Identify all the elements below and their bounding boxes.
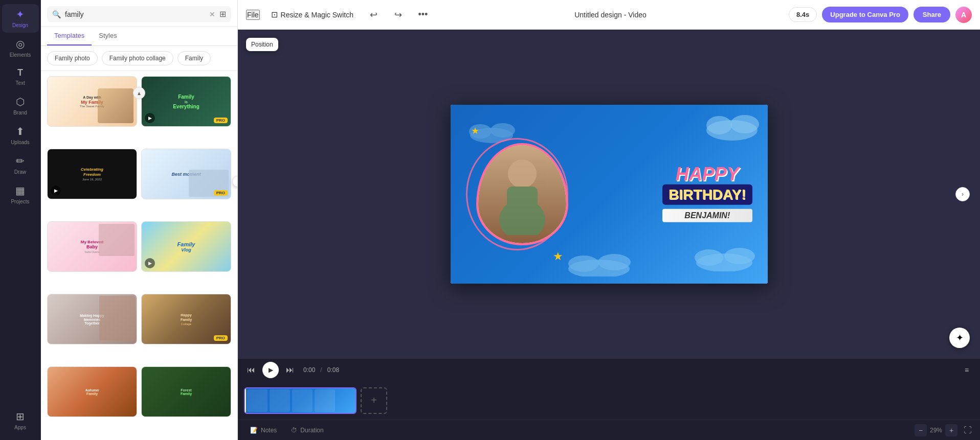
sidebar: ✦ Design ◎ Elements T Text ⬡ Brand ⬆ Upl… — [0, 0, 41, 440]
play-icon-6: ▶ — [145, 258, 155, 268]
undo-button[interactable]: ↩ — [365, 6, 383, 24]
tab-styles[interactable]: Styles — [92, 27, 124, 45]
sidebar-item-draw[interactable]: ✏ Draw — [2, 151, 39, 179]
zoom-in-button[interactable]: + — [945, 424, 957, 436]
uploads-icon: ⬆ — [16, 125, 25, 137]
duration-icon: ⏱ — [291, 427, 297, 434]
canvas-area[interactable]: Position — [238, 30, 980, 358]
template-card-5[interactable]: My Beloved Baby Sadie Owens — [47, 221, 137, 272]
template-card-7[interactable]: Making Happy Memories Together — [47, 294, 137, 344]
play-icon-2: ▶ — [145, 113, 155, 123]
zoom-controls: − 29% + — [915, 424, 957, 436]
hide-right-panel-button[interactable]: › — [955, 187, 970, 201]
sidebar-item-label: Projects — [11, 199, 29, 205]
resize-magic-label: Resize & Magic Switch — [281, 11, 353, 19]
chip-family-photo[interactable]: Family photo — [47, 51, 98, 65]
title-area: Untitled design - Video — [438, 11, 783, 19]
add-clip-button[interactable]: + — [361, 387, 387, 414]
clip-preview — [245, 388, 355, 413]
ellipsis-icon: ••• — [418, 9, 428, 20]
fullscreen-button[interactable]: ⛶ — [964, 426, 972, 435]
template-grid: A Day with My Family The Sweet Family Fa… — [41, 71, 237, 440]
template-card-8[interactable]: Happy Family Collage PRO — [141, 294, 231, 344]
sidebar-item-design[interactable]: ✦ Design — [2, 4, 39, 33]
notes-icon: 📝 — [250, 427, 258, 434]
canvas-frame[interactable]: ★ ★ HAPPY BIRTHDAY! BENJAMIN! — [451, 105, 768, 284]
zoom-out-button[interactable]: − — [915, 424, 927, 436]
sidebar-item-label: Apps — [14, 425, 26, 431]
sidebar-item-projects[interactable]: ▦ Projects — [2, 180, 39, 209]
svg-point-5 — [598, 254, 631, 270]
search-input-wrap: 🔍 ✕ ⊞ — [47, 6, 231, 22]
template-card-2[interactable]: Family Is Everything ▶ PRO — [141, 76, 231, 127]
pro-badge-2: PRO — [214, 118, 228, 123]
svg-rect-14 — [507, 187, 538, 227]
template-card-3[interactable]: Celebrating Freedom June 19, 2022 ▶ — [47, 149, 137, 199]
redo-button[interactable]: ↪ — [389, 6, 408, 24]
text-icon: T — [17, 67, 23, 78]
sidebar-item-text[interactable]: T Text — [2, 63, 39, 90]
search-clear-button[interactable]: ✕ — [209, 10, 215, 18]
star-deco-1: ★ — [471, 125, 479, 136]
user-avatar-button[interactable]: A — [955, 7, 972, 23]
tab-templates[interactable]: Templates — [47, 27, 92, 45]
timeline-clip-1[interactable] — [244, 387, 357, 414]
sidebar-item-apps[interactable]: ⊞ Apps — [2, 406, 39, 435]
svg-point-11 — [724, 248, 755, 264]
search-filter-button[interactable]: ⊞ — [219, 9, 226, 19]
chip-family[interactable]: Family — [177, 51, 211, 65]
redo-icon: ↪ — [394, 9, 402, 20]
notes-label: Notes — [261, 427, 277, 434]
design-title: Untitled design - Video — [574, 11, 647, 19]
upgrade-button[interactable]: Upgrade to Canva Pro — [822, 7, 908, 22]
undo-icon: ↩ — [370, 9, 377, 20]
duration-button[interactable]: ⏱ Duration — [287, 425, 327, 436]
template-card-10[interactable]: Forest Family — [141, 366, 231, 417]
cloud-deco-1 — [701, 110, 763, 143]
position-button[interactable]: Position — [246, 38, 278, 51]
sidebar-item-elements[interactable]: ◎ Elements — [2, 34, 39, 62]
zoom-level: 29% — [930, 427, 942, 434]
file-menu-button[interactable]: File — [246, 10, 260, 20]
svg-point-8 — [491, 123, 515, 137]
photo-frame-inner — [478, 145, 566, 243]
topbar-right: 8.4s Upgrade to Canva Pro Share A — [789, 7, 972, 23]
timeline-controls: ⏮ ▶ ⏭ 0:00 / 0:08 ≡ — [238, 359, 980, 381]
duration-label: Duration — [300, 427, 323, 434]
template-card-1[interactable]: A Day with My Family The Sweet Family — [47, 76, 137, 127]
chip-family-photo-collage[interactable]: Family photo collage — [102, 51, 173, 65]
timeline-menu-button[interactable]: ≡ — [960, 363, 974, 377]
template-card-9[interactable]: Autumn Family — [47, 366, 137, 417]
panel-scroll-up-button[interactable]: ▲ — [133, 87, 145, 99]
play-button[interactable]: ▶ — [262, 362, 279, 378]
sidebar-item-label: Draw — [14, 169, 26, 175]
sidebar-item-label: Text — [15, 80, 25, 86]
clip-frame-1 — [247, 389, 268, 412]
cloud-deco-4 — [691, 243, 758, 273]
clip-frame-4 — [315, 389, 335, 412]
resize-icon: ⊡ — [271, 10, 278, 19]
search-input[interactable] — [65, 10, 205, 18]
more-options-button[interactable]: ••• — [414, 6, 432, 24]
filter-chips: Family photo Family photo collage Family — [41, 46, 237, 71]
search-bar: 🔍 ✕ ⊞ — [41, 0, 237, 27]
svg-point-2 — [730, 115, 759, 133]
share-button[interactable]: Share — [914, 7, 950, 22]
timeline-footer: 📝 Notes ⏱ Duration − 29% + ⛶ — [238, 420, 980, 440]
apps-icon: ⊞ — [16, 410, 25, 423]
svg-point-10 — [695, 249, 723, 266]
sidebar-item-label: Design — [12, 22, 28, 29]
sidebar-item-uploads[interactable]: ⬆ Uploads — [2, 121, 39, 150]
canva-assist-button[interactable]: ✦ — [949, 328, 970, 348]
skip-forward-button[interactable]: ⏭ — [283, 363, 297, 377]
notes-button[interactable]: 📝 Notes — [246, 425, 281, 436]
sidebar-item-brand[interactable]: ⬡ Brand — [2, 91, 39, 120]
resize-magic-switch-button[interactable]: ⊡ Resize & Magic Switch — [266, 7, 359, 22]
template-card-6[interactable]: Family Vlog ▶ — [141, 221, 231, 272]
svg-point-4 — [568, 256, 599, 272]
pro-badge-8: PRO — [214, 335, 228, 341]
skip-back-button[interactable]: ⏮ — [244, 363, 258, 377]
timeline-wrapper: ⏮ ▶ ⏭ 0:00 / 0:08 ≡ — [238, 358, 980, 440]
template-card-4[interactable]: Best moment PRO — [141, 149, 231, 199]
birthday-canvas: ★ ★ HAPPY BIRTHDAY! BENJAMIN! — [451, 105, 768, 284]
